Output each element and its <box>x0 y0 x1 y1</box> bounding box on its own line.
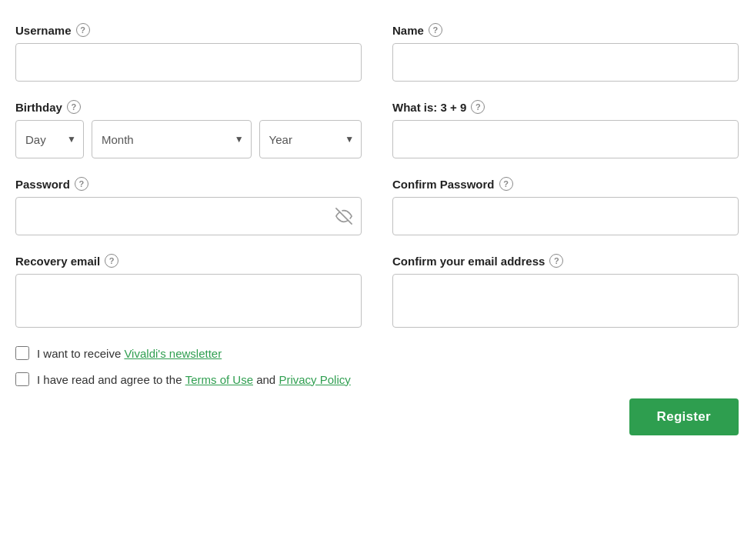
register-row: Register <box>15 398 739 435</box>
terms-link[interactable]: Terms of Use <box>185 373 253 386</box>
username-label-text: Username <box>15 24 72 37</box>
name-group: Name ? <box>392 23 739 82</box>
privacy-link[interactable]: Privacy Policy <box>279 373 350 386</box>
password-label-text: Password <box>15 178 70 191</box>
terms-label: I have read and agree to the Terms of Us… <box>37 373 351 386</box>
birthday-group: Birthday ? Day 12345 678910 1112131415 1… <box>15 100 362 158</box>
terms-checkbox-row: I have read and agree to the Terms of Us… <box>15 372 739 386</box>
confirm-email-label-text: Confirm your email address <box>392 255 545 268</box>
register-button[interactable]: Register <box>629 398 739 435</box>
newsletter-link[interactable]: Vivaldi's newsletter <box>124 347 222 360</box>
recovery-email-help-icon[interactable]: ? <box>105 254 118 268</box>
year-wrapper: Year 2024202320222021 2020201020001990 1… <box>259 120 362 158</box>
month-select[interactable]: Month JanuaryFebruaryMarch AprilMayJune … <box>92 120 252 158</box>
captcha-label-text: What is: 3 + 9 <box>392 101 466 114</box>
newsletter-checkbox[interactable] <box>15 346 29 360</box>
recovery-email-label-text: Recovery email <box>15 255 100 268</box>
recovery-email-label: Recovery email ? <box>15 254 362 268</box>
confirm-email-group: Confirm your email address ? <box>392 254 739 328</box>
confirm-password-input[interactable] <box>392 197 739 235</box>
confirm-email-help-icon[interactable]: ? <box>549 254 563 268</box>
confirm-password-label: Confirm Password ? <box>392 177 739 191</box>
registration-form: Username ? Name ? Birthday ? Day <box>15 23 739 435</box>
row-passwords: Password ? Confirm Password ? <box>15 177 739 235</box>
username-group: Username ? <box>15 23 362 82</box>
password-label: Password ? <box>15 177 362 191</box>
captcha-group: What is: 3 + 9 ? <box>392 100 739 158</box>
newsletter-label: I want to receive Vivaldi's newsletter <box>37 347 222 360</box>
newsletter-prefix: I want to receive <box>37 347 124 360</box>
username-help-icon[interactable]: ? <box>76 23 90 37</box>
name-input[interactable] <box>392 43 739 82</box>
confirm-password-help-icon[interactable]: ? <box>499 177 513 191</box>
recovery-email-group: Recovery email ? <box>15 254 362 328</box>
row-username-name: Username ? Name ? <box>15 23 739 82</box>
day-wrapper: Day 12345 678910 1112131415 1617181920 2… <box>15 120 84 158</box>
birthday-label: Birthday ? <box>15 100 362 114</box>
row-emails: Recovery email ? Confirm your email addr… <box>15 254 739 328</box>
terms-prefix: I have read and agree to the <box>37 373 185 386</box>
confirm-password-label-text: Confirm Password <box>392 178 495 191</box>
username-input[interactable] <box>15 43 362 82</box>
password-input[interactable] <box>15 197 362 235</box>
name-label: Name ? <box>392 23 739 37</box>
confirm-password-group: Confirm Password ? <box>392 177 739 235</box>
birthday-selects: Day 12345 678910 1112131415 1617181920 2… <box>15 120 362 158</box>
day-select[interactable]: Day 12345 678910 1112131415 1617181920 2… <box>15 120 84 158</box>
confirm-email-input[interactable] <box>392 274 739 328</box>
terms-middle: and <box>253 373 279 386</box>
row-birthday-captcha: Birthday ? Day 12345 678910 1112131415 1… <box>15 100 739 158</box>
newsletter-checkbox-row: I want to receive Vivaldi's newsletter <box>15 346 739 360</box>
captcha-label: What is: 3 + 9 ? <box>392 100 739 114</box>
password-group: Password ? <box>15 177 362 235</box>
year-select[interactable]: Year 2024202320222021 2020201020001990 1… <box>259 120 362 158</box>
captcha-input[interactable] <box>392 120 739 158</box>
name-help-icon[interactable]: ? <box>429 23 442 37</box>
birthday-label-text: Birthday <box>15 101 62 114</box>
captcha-help-icon[interactable]: ? <box>471 100 485 114</box>
confirm-email-label: Confirm your email address ? <box>392 254 739 268</box>
name-label-text: Name <box>392 24 424 37</box>
terms-checkbox[interactable] <box>15 372 29 386</box>
password-help-icon[interactable]: ? <box>75 177 88 191</box>
username-label: Username ? <box>15 23 362 37</box>
recovery-email-input[interactable] <box>15 274 362 328</box>
toggle-password-icon[interactable] <box>335 208 352 225</box>
birthday-help-icon[interactable]: ? <box>67 100 81 114</box>
password-wrapper <box>15 197 362 235</box>
month-wrapper: Month JanuaryFebruaryMarch AprilMayJune … <box>92 120 252 158</box>
